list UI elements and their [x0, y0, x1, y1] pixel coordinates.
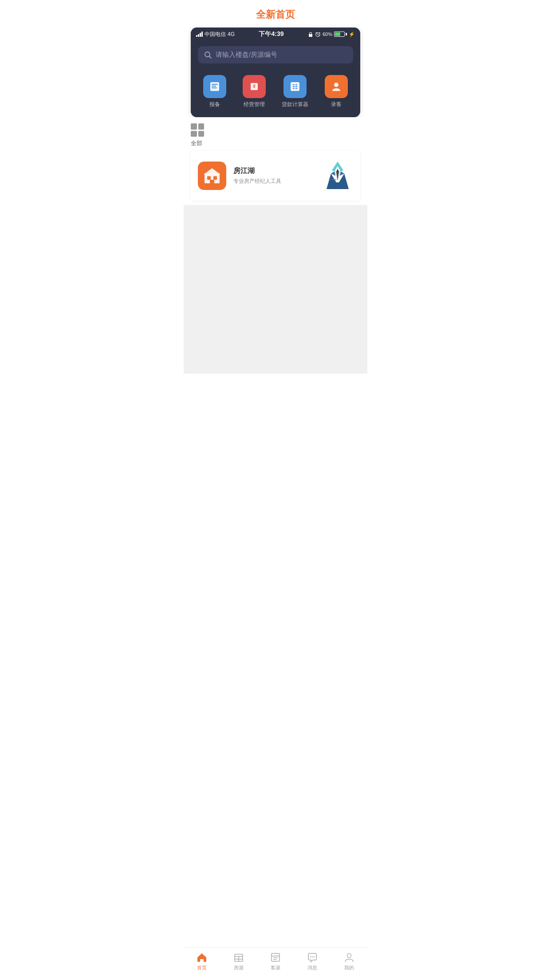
status-right: 60% ⚡	[308, 32, 355, 37]
battery-icon	[334, 32, 347, 37]
all-label: 全部	[191, 139, 202, 147]
svg-rect-0	[309, 34, 312, 37]
baobei-label: 报备	[209, 101, 220, 108]
svg-rect-24	[213, 176, 217, 180]
jingying-label: 经营管理	[244, 101, 265, 108]
svg-rect-10	[212, 86, 216, 87]
phone-screen: 中国电信 4G 下午4:39 60% ⚡	[191, 28, 360, 117]
svg-rect-25	[210, 180, 214, 183]
svg-rect-11	[212, 87, 217, 88]
brand-mascot	[322, 158, 353, 194]
daikuan-icon	[283, 75, 307, 98]
svg-point-20	[334, 83, 338, 87]
search-icon	[204, 51, 212, 59]
status-time: 下午4:39	[259, 30, 283, 38]
brand-logo	[198, 162, 226, 190]
svg-rect-26	[332, 179, 336, 180]
brand-text-area: 房江湖 专业房产经纪人工具	[233, 166, 315, 185]
page-title: 全新首页	[256, 9, 295, 20]
lock-icon	[308, 32, 313, 37]
below-phone-area: 全部 房江湖 专业房产经纪人工具	[184, 117, 367, 374]
svg-rect-9	[212, 84, 218, 85]
grid-icon	[191, 123, 204, 137]
search-placeholder: 请输入楼盘/房源编号	[216, 51, 277, 59]
luke-icon	[325, 75, 348, 98]
alarm-icon	[315, 32, 321, 37]
charge-icon: ⚡	[349, 32, 355, 37]
luke-label: 录客	[331, 101, 342, 108]
network-label: 4G	[228, 31, 235, 37]
daikuan-label: 贷款计算器	[282, 101, 308, 108]
battery-percent: 60%	[323, 32, 332, 37]
quick-actions: 报备 ¥ 经营管理	[191, 68, 360, 117]
gray-content-area	[184, 205, 367, 374]
status-bar: 中国电信 4G 下午4:39 60% ⚡	[191, 28, 360, 40]
svg-rect-23	[207, 176, 211, 180]
brand-banner[interactable]: 房江湖 专业房产经纪人工具	[191, 151, 360, 201]
quick-action-baobei[interactable]: 报备	[203, 75, 226, 108]
quick-action-jingying[interactable]: ¥ 经营管理	[243, 75, 266, 108]
svg-rect-13	[291, 82, 299, 91]
svg-text:¥: ¥	[253, 84, 256, 89]
svg-marker-22	[204, 168, 220, 174]
carrier-label: 中国电信	[205, 31, 226, 38]
all-section: 全部	[184, 117, 367, 151]
svg-line-7	[209, 56, 212, 58]
brand-desc: 专业房产经纪人工具	[233, 178, 315, 185]
jingying-icon: ¥	[243, 75, 266, 98]
status-left: 中国电信 4G	[196, 31, 235, 38]
brand-name: 房江湖	[233, 166, 315, 176]
svg-line-3	[318, 35, 319, 36]
page-title-bar: 全新首页	[184, 0, 367, 28]
signal-icon	[196, 32, 203, 37]
search-bar[interactable]: 请输入楼盘/房源编号	[198, 46, 353, 63]
quick-action-luke[interactable]: 录客	[325, 75, 348, 108]
baobei-icon	[203, 75, 226, 98]
quick-action-daikuan[interactable]: 贷款计算器	[282, 75, 308, 108]
search-area: 请输入楼盘/房源编号	[191, 40, 360, 68]
